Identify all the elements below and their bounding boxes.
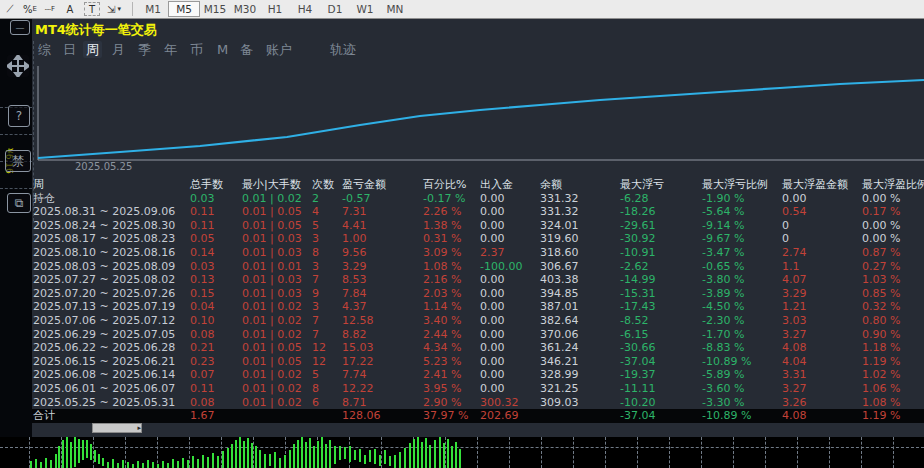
volume-bar [239, 437, 241, 468]
col-header-8: 余额 [540, 178, 620, 192]
volume-bar [421, 442, 423, 468]
volume-bar [55, 454, 57, 468]
minimize-button[interactable]: — [10, 20, 30, 35]
cell: 0.00 [480, 205, 540, 219]
timeframe-button-m1[interactable]: M1 [138, 1, 168, 17]
cell: 324.01 [540, 219, 620, 233]
volume-bar [235, 440, 237, 468]
cell: 0.85 % [862, 287, 924, 301]
volume-bar [243, 441, 245, 468]
timeframe-button-h4[interactable]: H4 [290, 1, 320, 17]
timeframe-button-d1[interactable]: D1 [320, 1, 350, 17]
total-cell [312, 409, 342, 423]
cell: 319.60 [540, 232, 620, 246]
cell: 4 [312, 205, 342, 219]
help-button[interactable]: ? [8, 105, 30, 127]
timeframe-button-w1[interactable]: W1 [350, 1, 380, 17]
volume-bar [359, 449, 361, 462]
dropdown-arrow-icon[interactable]: ▾ [117, 5, 121, 13]
cell: 0.00 % [862, 219, 924, 233]
table-row: 2025.06.22 ~ 2025.06.280.210.01 | 0.0512… [0, 341, 924, 355]
timeframe-button-m15[interactable]: M15 [200, 1, 230, 17]
tab-7-币[interactable]: 币 [190, 41, 203, 58]
cell: 0.00 [480, 219, 540, 233]
grid-line [125, 437, 126, 468]
cell: 0.54 [782, 205, 862, 219]
tab-4-月[interactable]: 月 [112, 41, 125, 58]
equity-curve-chart [0, 60, 924, 176]
tab-2-日[interactable]: 日 [63, 41, 76, 58]
cell: 4.08 [782, 341, 862, 355]
tab-3-周[interactable]: 周 [83, 41, 102, 58]
timeframe-button-m5[interactable]: M5 [168, 1, 200, 17]
cell: 0.00 % [862, 232, 924, 246]
grid-line [445, 437, 446, 468]
volume-bar [122, 460, 124, 468]
cell: 0.01 | 0.01 [242, 260, 312, 274]
cell: -3.47 % [702, 246, 782, 260]
timeframe-button-m30[interactable]: M30 [230, 1, 260, 17]
volume-bar [147, 460, 149, 468]
cell: 0.01 | 0.05 [242, 355, 312, 369]
tab-10-账户[interactable]: 账户 [266, 41, 292, 58]
col-header-5: 盈亏金额 [342, 178, 423, 192]
tab-11-轨迹[interactable]: 轨迹 [330, 41, 356, 58]
cell: 0.90 % [862, 328, 924, 342]
volume-bar [192, 456, 194, 468]
tab-6-年[interactable]: 年 [164, 41, 177, 58]
cell: 0.01 | 0.03 [242, 273, 312, 287]
volume-bar [399, 452, 401, 468]
volume-bar [94, 450, 96, 462]
cell: 1.06 % [862, 382, 924, 396]
cell: -10.91 [620, 246, 702, 260]
volume-bar [157, 464, 159, 468]
volume-bar [90, 444, 92, 460]
window-button[interactable]: ⧉ [7, 193, 31, 213]
cell: -0.65 % [702, 260, 782, 274]
cell: 6 [312, 396, 342, 410]
cell: 0.15 [190, 287, 242, 301]
timeframe-button-h1[interactable]: H1 [260, 1, 290, 17]
fibonacci-expansion-icon-glyph: % [23, 4, 33, 15]
weekly-stats-table: 周总手数最小|大手数次数盈亏金额百分比%出入金余额最大浮亏最大浮亏比例最大浮盈金… [0, 178, 924, 423]
cell: 0.32 % [862, 300, 924, 314]
volume-bar [259, 450, 261, 468]
cell: 2.41 % [423, 368, 480, 382]
cell: 17.22 [342, 355, 423, 369]
volume-bar [207, 457, 209, 468]
arrow-tools-icon-glyph: ⇲ [107, 4, 115, 15]
tab-1-综[interactable]: 综 [38, 41, 51, 58]
text-icon[interactable]: A [60, 1, 80, 17]
table-header-row: 周总手数最小|大手数次数盈亏金额百分比%出入金余额最大浮亏最大浮亏比例最大浮盈金… [0, 178, 924, 192]
fibonacci-expansion-icon[interactable]: %E [20, 1, 40, 17]
trendline-icon[interactable]: ⟋ [0, 1, 20, 17]
cell: 4.37 [342, 300, 423, 314]
table-row: 2025.08.03 ~ 2025.08.090.030.01 | 0.0133… [0, 260, 924, 274]
cell: 0.01 | 0.05 [242, 205, 312, 219]
cell: 2.90 % [423, 396, 480, 410]
volume-bar [429, 445, 431, 468]
grid-line [829, 437, 830, 468]
move-icon[interactable] [7, 55, 29, 77]
volume-bar [297, 440, 299, 468]
arrow-tools-icon[interactable]: ⇲▾ [104, 1, 124, 17]
tab-5-季[interactable]: 季 [138, 41, 151, 58]
volume-bar [439, 437, 441, 468]
cell: -0.57 [342, 192, 423, 206]
cell: -0.17 % [423, 192, 480, 206]
panel-resize-fragment[interactable]: ▸ [92, 423, 142, 433]
cell: 1.14 % [423, 300, 480, 314]
col-header-11: 最大浮盈金额 [782, 178, 862, 192]
timeframe-button-mn[interactable]: MN [380, 1, 410, 17]
table-row: 2025.08.10 ~ 2025.08.160.140.01 | 0.0389… [0, 246, 924, 260]
cell: -1.90 % [702, 192, 782, 206]
forbid-button[interactable]: 禁 [5, 150, 31, 172]
text-label-icon[interactable]: T [84, 2, 100, 16]
tab-9-备[interactable]: 备 [240, 41, 253, 58]
grid-line [477, 437, 478, 468]
cell: 3.29 [342, 260, 423, 274]
volume-bar [293, 444, 295, 468]
fibonacci-retracement-icon[interactable]: ┈F [40, 1, 60, 17]
tab-8-M[interactable]: M [217, 41, 228, 58]
grid-line [605, 437, 606, 468]
